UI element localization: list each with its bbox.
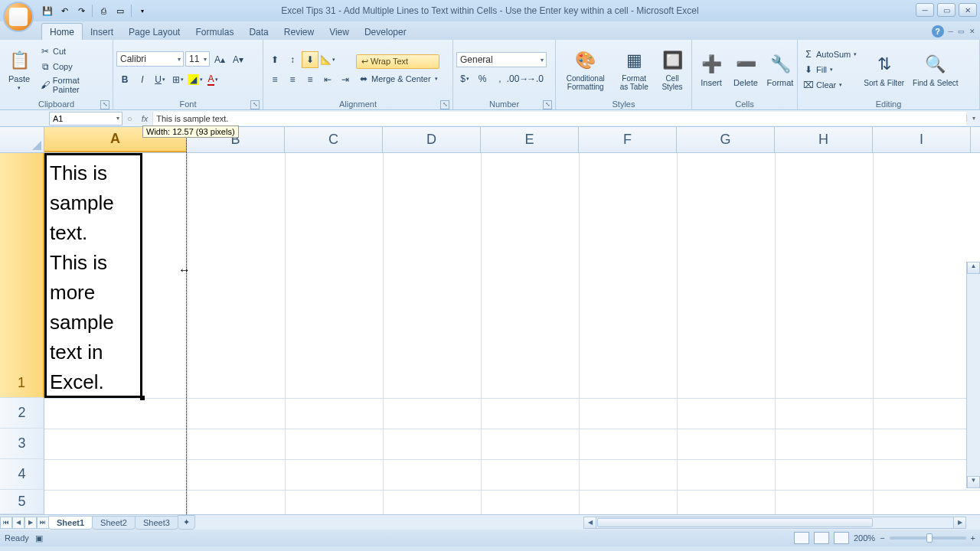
border-button[interactable]: ⊞: [169, 71, 186, 88]
vertical-scrollbar[interactable]: ▲ ▼: [966, 262, 980, 488]
column-header-e[interactable]: E: [481, 127, 579, 152]
sheet-tab-sheet1[interactable]: Sheet1: [48, 516, 93, 530]
cell-styles-button[interactable]: 🔲Cell Styles: [656, 41, 688, 98]
increase-indent-button[interactable]: ⇥: [337, 71, 354, 88]
sheet-tab-sheet2[interactable]: Sheet2: [92, 516, 136, 530]
italic-button[interactable]: I: [134, 71, 151, 88]
next-sheet-button[interactable]: ▶: [24, 517, 37, 529]
column-header-c[interactable]: C: [285, 127, 383, 152]
align-middle-button[interactable]: ↕: [284, 51, 301, 68]
column-header-i[interactable]: I: [873, 127, 971, 152]
ribbon-close-button[interactable]: ✕: [969, 28, 975, 35]
cut-button[interactable]: ✂Cut: [38, 44, 109, 58]
tab-data[interactable]: Data: [241, 24, 276, 40]
merge-center-button[interactable]: ⬌Merge & Center▾: [356, 72, 439, 86]
align-bottom-button[interactable]: ⬇: [302, 51, 318, 68]
font-dialog-launcher[interactable]: ⤡: [250, 100, 260, 109]
tab-formulas[interactable]: Formulas: [188, 24, 241, 40]
tab-view[interactable]: View: [322, 24, 357, 40]
tab-developer[interactable]: Developer: [357, 24, 414, 40]
row-header-5[interactable]: 5: [0, 490, 44, 514]
row-header-1[interactable]: 1: [0, 153, 44, 398]
decrease-indent-button[interactable]: ⇤: [319, 71, 336, 88]
bold-button[interactable]: B: [116, 71, 133, 88]
number-dialog-launcher[interactable]: ⤡: [543, 100, 552, 109]
fx-icon[interactable]: fx: [137, 114, 153, 123]
scroll-left-button[interactable]: ◀: [584, 517, 596, 528]
conditional-formatting-button[interactable]: 🎨Conditional Formatting: [559, 41, 612, 98]
insert-cells-button[interactable]: ➕Insert: [695, 41, 727, 98]
scroll-right-button[interactable]: ▶: [953, 517, 965, 528]
page-break-view-button[interactable]: [834, 532, 849, 544]
percent-button[interactable]: %: [474, 70, 491, 87]
select-all-corner[interactable]: [0, 127, 44, 152]
accounting-button[interactable]: $: [456, 70, 473, 87]
fill-button[interactable]: ⬇Fill▾: [801, 63, 858, 77]
row-header-4[interactable]: 4: [0, 459, 44, 490]
fill-handle[interactable]: [140, 396, 145, 400]
font-size-combo[interactable]: 11: [185, 51, 210, 67]
zoom-slider-thumb[interactable]: [926, 533, 933, 543]
wrap-text-button[interactable]: ↩Wrap Text: [356, 54, 439, 69]
scroll-down-button[interactable]: ▼: [967, 476, 980, 488]
horizontal-scrollbar[interactable]: ◀ ▶: [583, 517, 966, 529]
expand-formula-bar-button[interactable]: ▾: [966, 115, 980, 122]
new-sheet-button[interactable]: ✦: [178, 515, 195, 530]
grow-font-button[interactable]: A▴: [211, 51, 228, 68]
hscroll-thumb[interactable]: [597, 518, 873, 527]
zoom-slider[interactable]: [890, 536, 966, 540]
format-as-table-button[interactable]: ▦Format as Table: [614, 41, 654, 98]
cell-grid[interactable]: This is sample text. This is more sample…: [44, 153, 980, 514]
paste-button[interactable]: 📋 Paste ▾: [3, 41, 35, 98]
tab-page-layout[interactable]: Page Layout: [121, 24, 188, 40]
cell-a1[interactable]: This is sample text. This is more sample…: [44, 153, 142, 398]
fill-color-button[interactable]: ◢: [187, 71, 204, 88]
number-format-combo[interactable]: General: [456, 52, 547, 67]
macro-record-icon[interactable]: ▣: [35, 533, 43, 543]
page-layout-view-button[interactable]: [814, 532, 829, 544]
minimize-button[interactable]: ─: [916, 3, 934, 17]
help-icon[interactable]: ?: [932, 25, 944, 37]
format-cells-button[interactable]: 🔧Format: [764, 41, 796, 98]
office-button[interactable]: [3, 2, 34, 32]
orientation-button[interactable]: 📐: [319, 51, 336, 68]
zoom-in-button[interactable]: +: [971, 533, 975, 543]
shrink-font-button[interactable]: A▾: [230, 51, 247, 68]
clipboard-dialog-launcher[interactable]: ⤡: [100, 100, 109, 109]
font-color-button[interactable]: A: [204, 71, 221, 88]
ribbon-minimize-button[interactable]: ─: [949, 28, 953, 35]
tab-insert[interactable]: Insert: [83, 24, 121, 40]
decrease-decimal-button[interactable]: →.0: [527, 70, 544, 87]
column-header-g[interactable]: G: [677, 127, 775, 152]
zoom-out-button[interactable]: −: [880, 533, 884, 543]
scroll-up-button[interactable]: ▲: [967, 262, 980, 274]
formula-bar[interactable]: This is sample text.: [152, 112, 966, 126]
align-top-button[interactable]: ⬆: [266, 51, 283, 68]
close-button[interactable]: ✕: [959, 3, 977, 17]
row-header-2[interactable]: 2: [0, 398, 44, 429]
autosum-button[interactable]: ΣAutoSum▾: [801, 47, 858, 61]
last-sheet-button[interactable]: ⏭: [37, 517, 49, 529]
align-center-button[interactable]: ≡: [284, 71, 301, 88]
tab-review[interactable]: Review: [276, 24, 322, 40]
delete-cells-button[interactable]: ➖Delete: [730, 41, 762, 98]
maximize-button[interactable]: ▭: [937, 3, 956, 17]
find-select-button[interactable]: 🔍Find & Select: [910, 41, 961, 98]
format-painter-button[interactable]: 🖌Format Painter: [38, 75, 109, 95]
prev-sheet-button[interactable]: ◀: [12, 517, 24, 529]
increase-decimal-button[interactable]: .00→: [509, 70, 526, 87]
normal-view-button[interactable]: [794, 532, 809, 544]
align-left-button[interactable]: ≡: [266, 71, 283, 88]
ribbon-restore-button[interactable]: ▭: [958, 28, 965, 35]
align-right-button[interactable]: ≡: [302, 71, 318, 88]
sheet-tab-sheet3[interactable]: Sheet3: [135, 516, 178, 530]
tab-home[interactable]: Home: [41, 23, 83, 40]
alignment-dialog-launcher[interactable]: ⤡: [440, 100, 449, 109]
first-sheet-button[interactable]: ⏮: [0, 517, 12, 529]
sort-filter-button[interactable]: ⇅Sort & Filter: [861, 41, 907, 98]
column-header-h[interactable]: H: [775, 127, 873, 152]
copy-button[interactable]: ⧉Copy: [38, 60, 109, 73]
name-box[interactable]: A1: [49, 112, 122, 126]
column-header-f[interactable]: F: [579, 127, 677, 152]
zoom-level[interactable]: 200%: [854, 533, 875, 543]
